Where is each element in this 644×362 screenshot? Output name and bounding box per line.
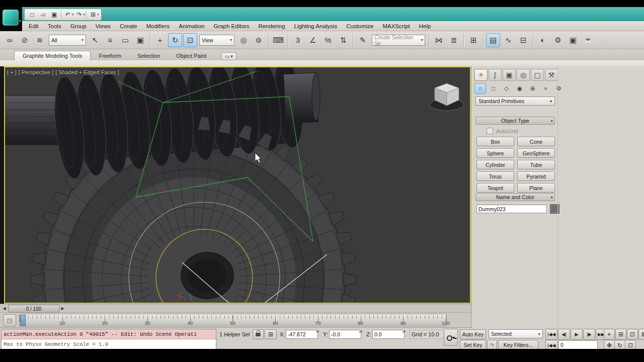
create-sphere-button[interactable]: Sphere bbox=[476, 148, 514, 158]
create-plane-button[interactable]: Plane bbox=[517, 183, 555, 193]
maxscript-mini-listener[interactable]: actionMan.executeAction 0 "40015" -- Edi… bbox=[1, 329, 216, 350]
create-pyramid-button[interactable]: Pyramid bbox=[517, 171, 555, 181]
y-coordinate-field[interactable]: -0.0 bbox=[329, 330, 361, 339]
schematic-view-icon[interactable]: ⊟ bbox=[516, 33, 530, 47]
save-file-button[interactable]: ▣ bbox=[49, 10, 60, 19]
x-coordinate-field[interactable]: -47.872 bbox=[286, 330, 318, 339]
tab-display[interactable]: ▢ bbox=[531, 69, 544, 81]
ribbon-tab-object-paint[interactable]: Object Paint bbox=[168, 51, 214, 60]
open-file-button[interactable]: ▱ bbox=[38, 10, 49, 19]
create-cone-button[interactable]: Cone bbox=[517, 137, 555, 146]
object-name-field[interactable] bbox=[476, 205, 547, 213]
set-keys-button[interactable] bbox=[444, 329, 458, 346]
absolute-mode-transform-icon[interactable]: ⊞ bbox=[265, 329, 277, 339]
previous-frame-button[interactable]: ◀| bbox=[558, 329, 570, 340]
project-folder-button-dropdown-arrow[interactable]: ▾ bbox=[97, 13, 99, 17]
tab-motion[interactable]: ◎ bbox=[517, 69, 530, 81]
zoom-extents-icon[interactable]: ⊡ bbox=[627, 329, 638, 340]
ribbon-minimize-button[interactable]: ▭ ▾ bbox=[221, 52, 236, 60]
use-pivot-point-center-icon[interactable]: ◎ bbox=[236, 33, 251, 47]
select-by-name-icon[interactable]: ≡ bbox=[103, 33, 117, 47]
subtab-space-warps[interactable]: ≈ bbox=[540, 83, 551, 94]
subtab-shapes[interactable]: □ bbox=[488, 83, 499, 94]
x-spinner[interactable]: ▴▾ bbox=[316, 330, 319, 333]
window-crossing-toggle-icon[interactable]: ▣ bbox=[133, 33, 147, 47]
select-and-scale-icon[interactable]: ⊡ bbox=[183, 33, 197, 47]
z-spinner[interactable]: ▴▾ bbox=[403, 330, 406, 333]
play-button[interactable]: ▶ bbox=[571, 329, 583, 340]
subtab-lights[interactable]: ◇ bbox=[501, 83, 512, 94]
select-and-move-icon[interactable]: + bbox=[153, 33, 167, 47]
set-key-button[interactable]: Set Key bbox=[460, 340, 486, 350]
edit-named-selection-sets-icon[interactable]: ✎ bbox=[356, 33, 370, 47]
viewport-shading-menu[interactable]: [ Shaded + Edged Faces ] bbox=[55, 69, 119, 75]
spinner-snap-icon[interactable]: ⇅ bbox=[336, 33, 350, 47]
track-bar-ruler[interactable]: 102030405060708090100 bbox=[19, 314, 447, 326]
material-editor-icon[interactable]: ◐ bbox=[536, 33, 550, 47]
application-menu-arrow-icon[interactable]: ▾ bbox=[19, 19, 21, 23]
snaps-toggle-icon[interactable]: 3 bbox=[291, 33, 305, 47]
zoom-extents-all-icon[interactable]: ⊠ bbox=[638, 329, 644, 340]
angle-snap-icon[interactable]: ∠ bbox=[306, 33, 320, 47]
menu-animation[interactable]: Animation bbox=[174, 22, 209, 30]
time-slider-track[interactable]: ◀ 0 / 100 ▶ bbox=[0, 304, 471, 313]
create-box-button[interactable]: Box bbox=[476, 137, 514, 146]
subtab-helpers[interactable]: ⊕ bbox=[527, 83, 538, 94]
current-frame-field[interactable]: 0 bbox=[558, 340, 598, 349]
name-color-rollout-header[interactable]: Name and Color▴ bbox=[475, 193, 555, 201]
z-coordinate-field[interactable]: 0.0 bbox=[372, 330, 405, 339]
time-slider-next-icon[interactable]: ▶ bbox=[59, 305, 66, 312]
create-tube-button[interactable]: Tube bbox=[517, 160, 555, 169]
tab-create[interactable]: ☀ bbox=[474, 69, 488, 81]
menu-help[interactable]: Help bbox=[415, 22, 436, 30]
y-spinner[interactable]: ▴▾ bbox=[359, 330, 362, 333]
key-filters-button[interactable]: Key Filters... bbox=[498, 340, 538, 350]
new-file-button[interactable]: □ bbox=[27, 10, 38, 19]
select-and-manipulate-icon[interactable]: ⊚ bbox=[252, 33, 266, 47]
mini-curve-editor-button[interactable]: ◳ bbox=[3, 314, 16, 326]
menu-customize[interactable]: Customize bbox=[342, 22, 378, 30]
graphite-ribbon-toggle-icon[interactable]: ▤ bbox=[486, 33, 500, 47]
curve-editor-icon[interactable]: ∿ bbox=[501, 33, 515, 47]
create-teapot-button[interactable]: Teapot bbox=[476, 183, 514, 193]
create-cylinder-button[interactable]: Cylinder bbox=[476, 160, 514, 169]
create-torus-button[interactable]: Torus bbox=[476, 171, 514, 181]
menu-lighting-analysis[interactable]: Lighting Analysis bbox=[289, 22, 342, 30]
menu-edit[interactable]: Edit bbox=[24, 22, 43, 30]
category-dropdown[interactable]: Standard Primitives ▾ bbox=[475, 97, 555, 106]
rendered-frame-window-icon[interactable]: ▣ bbox=[566, 33, 580, 47]
subtab-cameras[interactable]: ◉ bbox=[514, 83, 525, 94]
selection-set-dropdown[interactable]: Selected ▾ bbox=[489, 329, 543, 338]
mirror-icon[interactable]: ⋈ bbox=[432, 33, 446, 47]
keyboard-shortcut-override-icon[interactable]: ⌨ bbox=[271, 33, 285, 47]
menu-views[interactable]: Views bbox=[91, 22, 115, 30]
ribbon-tab-freeform[interactable]: Freeform bbox=[91, 51, 129, 60]
ribbon-tab-graphite-modeling-tools[interactable]: Graphite Modeling Tools bbox=[14, 51, 91, 60]
perspective-viewport[interactable]: [ + ] [ Perspective ] [ Shaded + Edged F… bbox=[4, 66, 471, 304]
unlink-selection-icon[interactable]: ⊘ bbox=[18, 33, 32, 47]
object-type-rollout-header[interactable]: Object Type▴ bbox=[475, 117, 555, 125]
selection-lock-toggle[interactable] bbox=[253, 329, 264, 339]
zoom-icon[interactable]: ⌖ bbox=[604, 329, 615, 340]
rectangular-selection-region-icon[interactable]: ▭ bbox=[118, 33, 132, 47]
reference-coordinate-system-dropdown[interactable]: View▾ bbox=[199, 35, 234, 46]
menu-graph-editors[interactable]: Graph Editors bbox=[209, 22, 254, 30]
next-frame-button[interactable]: |▶ bbox=[583, 329, 595, 340]
bind-to-space-warp-icon[interactable]: ≋ bbox=[33, 33, 47, 47]
3dsmax-logo-button[interactable] bbox=[3, 10, 19, 26]
select-and-link-icon[interactable]: ∞ bbox=[3, 33, 17, 47]
ribbon-tab-selection[interactable]: Selection bbox=[129, 51, 168, 60]
redo-button-dropdown-arrow[interactable]: ▾ bbox=[84, 13, 86, 17]
viewport-pov-menu[interactable]: [ Perspective ] bbox=[19, 69, 54, 75]
align-icon[interactable]: ≣ bbox=[447, 33, 461, 47]
tab-utilities[interactable]: ⚒ bbox=[545, 69, 558, 81]
viewport-general-menu[interactable]: [ + ] bbox=[7, 69, 17, 75]
percent-snap-icon[interactable]: % bbox=[321, 33, 335, 47]
track-bar-frame-indicator[interactable] bbox=[20, 315, 26, 326]
menu-create[interactable]: Create bbox=[115, 22, 142, 30]
new-key-mode-icon[interactable]: ↷ bbox=[487, 340, 497, 350]
create-geosphere-button[interactable]: GeoSphere bbox=[517, 148, 555, 158]
subtab-systems[interactable]: ⚙ bbox=[553, 83, 565, 94]
autogrid-checkbox[interactable] bbox=[487, 128, 493, 134]
subtab-geometry[interactable]: ○ bbox=[474, 83, 486, 94]
